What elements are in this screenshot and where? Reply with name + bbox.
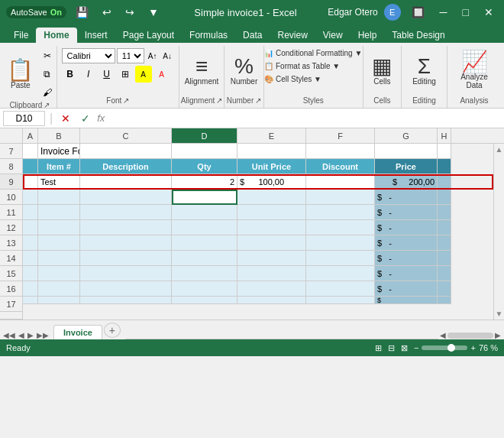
cell-d15[interactable] bbox=[172, 266, 237, 281]
row-num-15[interactable]: 15 bbox=[0, 266, 22, 281]
row-num-16[interactable]: 16 bbox=[0, 281, 22, 297]
fill-color-button[interactable]: A bbox=[135, 66, 152, 83]
cell-e9[interactable]: $ 100,00 bbox=[237, 174, 306, 190]
cell-f8[interactable]: Discount bbox=[306, 159, 375, 174]
formula-input[interactable] bbox=[108, 113, 501, 124]
cell-c15[interactable] bbox=[80, 266, 172, 281]
row-num-12[interactable]: 12 bbox=[0, 220, 22, 235]
col-header-a[interactable]: A bbox=[23, 128, 38, 143]
tab-home[interactable]: Home bbox=[36, 28, 76, 43]
cell-b17[interactable] bbox=[38, 297, 80, 304]
cell-h11[interactable] bbox=[438, 205, 451, 220]
increase-font-button[interactable]: A↑ bbox=[146, 47, 160, 64]
cell-e10[interactable] bbox=[237, 190, 306, 205]
cell-f15[interactable] bbox=[306, 266, 375, 281]
sheet-tab-invoice[interactable]: Invoice bbox=[53, 325, 102, 339]
decrease-font-button[interactable]: A↓ bbox=[160, 47, 174, 64]
cell-g13[interactable]: $ - bbox=[375, 235, 438, 251]
cell-c9[interactable] bbox=[80, 174, 172, 190]
tab-insert[interactable]: Insert bbox=[77, 28, 115, 43]
save-button[interactable]: 💾 bbox=[71, 5, 93, 20]
cell-c13[interactable] bbox=[80, 235, 172, 251]
next-sheet-arrow[interactable]: ▶ bbox=[27, 331, 34, 339]
zoom-in-button[interactable]: + bbox=[470, 343, 475, 352]
analyze-data-button[interactable]: 📈 Analyze Data bbox=[457, 47, 491, 93]
cell-d10[interactable] bbox=[172, 190, 237, 205]
cell-a13[interactable] bbox=[23, 235, 38, 251]
h-scrollbar-track[interactable] bbox=[447, 333, 493, 339]
cell-e13[interactable] bbox=[237, 235, 306, 251]
cell-c17[interactable] bbox=[80, 297, 172, 304]
cell-b11[interactable] bbox=[38, 205, 80, 220]
cell-d9[interactable]: 2 bbox=[172, 174, 237, 190]
alignment-button[interactable]: ≡ Alignment bbox=[185, 47, 218, 93]
font-name-select[interactable]: Calibri bbox=[62, 48, 115, 63]
cell-f12[interactable] bbox=[306, 220, 375, 235]
cell-g17[interactable]: $ bbox=[375, 297, 438, 304]
row-num-8[interactable]: 8 bbox=[0, 159, 22, 174]
cell-a7[interactable] bbox=[23, 144, 38, 159]
cells-button[interactable]: ▦ Cells bbox=[365, 47, 399, 93]
cell-b9[interactable]: Test bbox=[38, 174, 80, 190]
cell-e15[interactable] bbox=[237, 266, 306, 281]
cell-d13[interactable] bbox=[172, 235, 237, 251]
row-num-10[interactable]: 10 bbox=[0, 190, 22, 205]
bold-button[interactable]: B bbox=[62, 66, 79, 83]
cell-h12[interactable] bbox=[438, 220, 451, 235]
scroll-left-btn[interactable]: ◀ bbox=[440, 331, 446, 339]
first-sheet-arrow[interactable]: ◀◀ bbox=[3, 331, 15, 339]
cell-g10[interactable]: $ - bbox=[375, 190, 438, 205]
cell-b7[interactable]: Invoice For: bbox=[38, 144, 80, 159]
cell-d12[interactable] bbox=[172, 220, 237, 235]
scroll-right-btn[interactable]: ▶ bbox=[495, 331, 501, 339]
editing-button[interactable]: Σ Editing bbox=[408, 47, 441, 93]
tab-review[interactable]: Review bbox=[270, 28, 315, 43]
minimize-button[interactable]: ─ bbox=[435, 5, 452, 20]
clipboard-expand-icon[interactable]: ↗ bbox=[44, 101, 50, 109]
cell-b12[interactable] bbox=[38, 220, 80, 235]
cell-f17[interactable] bbox=[306, 297, 375, 304]
row-num-14[interactable]: 14 bbox=[0, 251, 22, 266]
cell-h15[interactable] bbox=[438, 266, 451, 281]
cell-h16[interactable] bbox=[438, 281, 451, 297]
tab-file[interactable]: File bbox=[6, 28, 36, 43]
row-num-13[interactable]: 13 bbox=[0, 235, 22, 251]
vertical-scrollbar[interactable]: ▲ ▼ bbox=[493, 144, 504, 320]
cell-a9[interactable] bbox=[23, 174, 38, 190]
cell-e12[interactable] bbox=[237, 220, 306, 235]
cell-f9[interactable] bbox=[306, 174, 375, 190]
cell-g16[interactable]: $ - bbox=[375, 281, 438, 297]
col-header-h[interactable]: H bbox=[438, 128, 451, 143]
zoom-out-button[interactable]: − bbox=[414, 343, 418, 352]
row-num-18[interactable] bbox=[0, 312, 22, 320]
cell-e14[interactable] bbox=[237, 251, 306, 266]
cell-g14[interactable]: $ - bbox=[375, 251, 438, 266]
prev-sheet-arrow[interactable]: ◀ bbox=[18, 331, 24, 339]
cell-f13[interactable] bbox=[306, 235, 375, 251]
cell-h17[interactable] bbox=[438, 297, 451, 304]
zoom-slider[interactable] bbox=[422, 346, 467, 350]
tab-formulas[interactable]: Formulas bbox=[182, 28, 235, 43]
cell-c14[interactable] bbox=[80, 251, 172, 266]
cell-d17[interactable] bbox=[172, 297, 237, 304]
cell-c8[interactable]: Description bbox=[80, 159, 172, 174]
alignment-expand-icon[interactable]: ↗ bbox=[216, 96, 222, 105]
row-num-17[interactable]: 17 bbox=[0, 297, 22, 312]
cell-c11[interactable] bbox=[80, 205, 172, 220]
cell-h10[interactable] bbox=[438, 190, 451, 205]
cell-f16[interactable] bbox=[306, 281, 375, 297]
format-painter-button[interactable]: 🖌 bbox=[39, 84, 56, 101]
cell-c7[interactable] bbox=[80, 144, 172, 159]
cell-a10[interactable] bbox=[23, 190, 38, 205]
view-normal-button[interactable]: ⊞ bbox=[375, 343, 382, 353]
cell-f14[interactable] bbox=[306, 251, 375, 266]
row-num-9[interactable]: 9 bbox=[0, 174, 22, 190]
cell-e7[interactable] bbox=[237, 144, 306, 159]
paste-button[interactable]: 📋 Paste bbox=[4, 51, 37, 97]
cell-b8[interactable]: Item # bbox=[38, 159, 80, 174]
cell-b16[interactable] bbox=[38, 281, 80, 297]
cell-g9[interactable]: $ 200,00 bbox=[375, 174, 438, 190]
cell-a15[interactable] bbox=[23, 266, 38, 281]
cell-reference-input[interactable] bbox=[3, 111, 45, 126]
undo-button[interactable]: ↩ bbox=[98, 5, 116, 20]
